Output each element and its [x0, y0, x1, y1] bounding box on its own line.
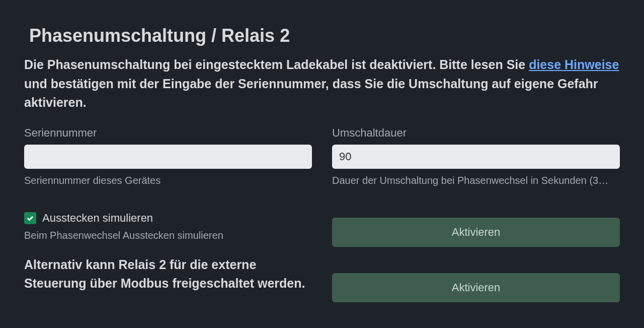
activate-phase-button[interactable]: Aktivieren	[332, 218, 620, 247]
simulate-label: Ausstecken simulieren	[42, 212, 153, 225]
right-column: Umschaltdauer Dauer der Umschaltung bei …	[332, 126, 620, 302]
form-columns: Seriennummer Seriennummer dieses Gerätes…	[24, 126, 620, 302]
duration-input[interactable]	[332, 145, 620, 169]
intro-text: Die Phasenumschaltung bei eingestecktem …	[24, 55, 620, 112]
simulate-checkbox[interactable]	[24, 212, 36, 224]
serial-label: Seriennummer	[24, 126, 312, 140]
page-title: Phasenumschaltung / Relais 2	[24, 25, 620, 46]
serial-help: Seriennummer dieses Gerätes	[24, 175, 312, 186]
activate-modbus-button[interactable]: Aktivieren	[332, 273, 620, 302]
simulate-help: Beim Phasenwechsel Ausstecken simulieren	[24, 230, 312, 241]
simulate-checkbox-row[interactable]: Ausstecken simulieren	[24, 212, 312, 225]
check-icon	[26, 214, 34, 222]
alt-text: Alternativ kann Relais 2 für die externe…	[24, 255, 312, 293]
duration-label: Umschaltdauer	[332, 126, 620, 140]
intro-part1: Die Phasenumschaltung bei eingestecktem …	[24, 57, 529, 72]
hints-link[interactable]: diese Hinweise	[529, 57, 619, 72]
duration-help: Dauer der Umschaltung bei Phasenwechsel …	[332, 175, 620, 186]
left-column: Seriennummer Seriennummer dieses Gerätes…	[24, 126, 312, 302]
intro-part2: und bestätigen mit der Eingabe der Serie…	[24, 77, 598, 110]
serial-input[interactable]	[24, 145, 312, 169]
